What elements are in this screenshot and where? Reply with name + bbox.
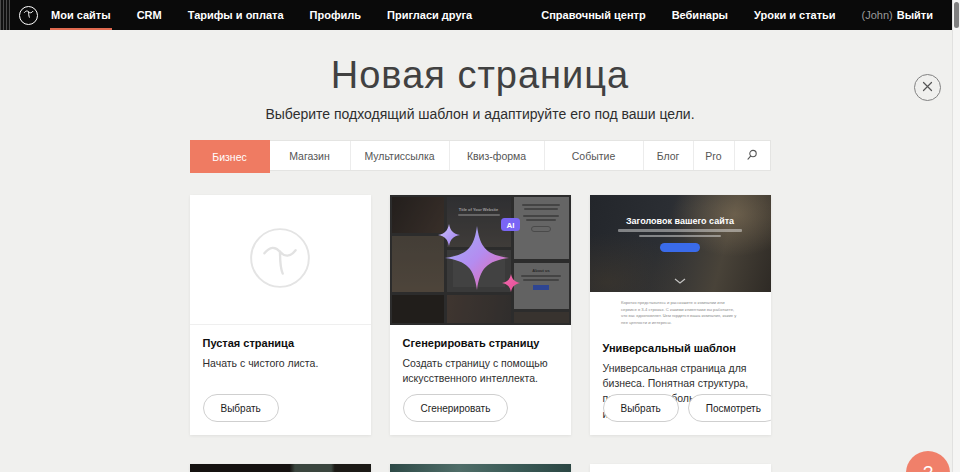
search-icon xyxy=(746,149,758,163)
card-actions: Выбрать xyxy=(203,394,279,422)
ai-preview-collage: Title of Your Website About us xyxy=(390,195,571,325)
template-hero-heading: Заголовок вашего сайта xyxy=(590,195,771,226)
card-partial[interactable] xyxy=(590,464,771,472)
tab-search[interactable] xyxy=(735,141,770,170)
card-partial[interactable] xyxy=(390,464,571,472)
template-hero: Заголовок вашего сайта xyxy=(590,195,771,292)
card-title: Сгенерировать страницу xyxy=(403,337,558,349)
nav-profile[interactable]: Профиль xyxy=(297,0,374,30)
scrollbar[interactable] xyxy=(952,0,960,472)
card-description: Начать с чистого листа. xyxy=(203,356,358,371)
card-partial[interactable] xyxy=(190,464,371,472)
tab-quiz-form[interactable]: Квиз-форма xyxy=(450,141,545,170)
new-page-dialog: Новая страница Выберите подходящий шабло… xyxy=(0,30,960,472)
tilda-watermark-icon xyxy=(241,219,319,301)
template-hero-textline xyxy=(618,229,742,232)
card-blank-page[interactable]: Пустая страница Начать с чистого листа. … xyxy=(190,195,371,435)
topbar-nav-right: Справочный центр Вебинары Уроки и статьи… xyxy=(528,0,960,30)
chevron-down-icon xyxy=(674,270,686,288)
card-actions: Выбрать Посмотреть xyxy=(603,394,771,422)
template-hero-button xyxy=(660,243,700,252)
page-subtitle: Выберите подходящий шаблон и адаптируйте… xyxy=(0,106,960,122)
help-bubble-button[interactable]: ? xyxy=(906,451,950,472)
nav-help-center[interactable]: Справочный центр xyxy=(528,0,658,30)
nav-crm[interactable]: CRM xyxy=(124,0,175,30)
topbar: Мои сайты CRM Тарифы и оплата Профиль Пр… xyxy=(0,0,960,30)
card-universal-template[interactable]: Заголовок вашего сайта Коротко представь… xyxy=(590,195,771,435)
close-button[interactable] xyxy=(914,74,941,101)
choose-blank-button[interactable]: Выбрать xyxy=(203,394,279,422)
card-description: Создать страницу с помощью искусственног… xyxy=(403,356,558,386)
tab-shop[interactable]: Магазин xyxy=(270,141,351,170)
template-category-tabs: Бизнес Магазин Мультиссылка Квиз-форма С… xyxy=(190,140,771,171)
ai-sparkle-icon: AI xyxy=(425,210,535,310)
tilda-logo[interactable] xyxy=(19,6,38,25)
card-title: Универсальный шаблон xyxy=(603,342,758,354)
nav-webinars[interactable]: Вебинары xyxy=(659,0,741,30)
template-preview-paragraph: Коротко представьтесь и расскажите о ком… xyxy=(621,300,739,326)
ai-badge: AI xyxy=(507,221,515,230)
choose-template-button[interactable]: Выбрать xyxy=(603,394,679,422)
card-body: Пустая страница Начать с чистого листа. xyxy=(190,325,371,371)
tab-multilink[interactable]: Мультиссылка xyxy=(351,141,450,170)
view-template-button[interactable]: Посмотреть xyxy=(688,394,771,422)
nav-lessons-articles[interactable]: Уроки и статьи xyxy=(741,0,849,30)
card-title: Пустая страница xyxy=(203,337,358,349)
template-preview: Заголовок вашего сайта Коротко представь… xyxy=(590,195,771,330)
card-actions: Сгенерировать xyxy=(403,394,509,422)
tab-event[interactable]: Событие xyxy=(545,141,644,170)
close-icon xyxy=(922,80,933,95)
logout-label: Выйти xyxy=(897,9,933,21)
card-body: Сгенерировать страницу Создать страницу … xyxy=(390,325,571,386)
card-ai-generate[interactable]: Title of Your Website About us xyxy=(390,195,571,435)
topbar-nav: Мои сайты CRM Тарифы и оплата Профиль Пр… xyxy=(38,0,485,30)
page-title: Новая страница xyxy=(0,30,960,98)
generate-button[interactable]: Сгенерировать xyxy=(403,394,509,422)
pattern-strip xyxy=(0,0,10,30)
template-hero-textline xyxy=(639,235,721,238)
nav-logout[interactable]: (John) Выйти xyxy=(849,0,946,30)
tilda-logo-icon xyxy=(22,6,35,24)
scrollbar-thumb[interactable] xyxy=(954,2,959,28)
nav-invite-friend[interactable]: Пригласи друга xyxy=(374,0,485,30)
template-grid-row2 xyxy=(190,464,771,472)
tab-pro[interactable]: Pro xyxy=(694,141,735,170)
nav-my-sites[interactable]: Мои сайты xyxy=(38,0,124,30)
tab-business[interactable]: Бизнес xyxy=(190,140,270,173)
blank-page-preview xyxy=(190,195,371,325)
nav-plans-payment[interactable]: Тарифы и оплата xyxy=(175,0,297,30)
tab-blog[interactable]: Блог xyxy=(644,141,694,170)
username: (John) xyxy=(862,9,893,21)
template-grid: Пустая страница Начать с чистого листа. … xyxy=(190,195,771,435)
